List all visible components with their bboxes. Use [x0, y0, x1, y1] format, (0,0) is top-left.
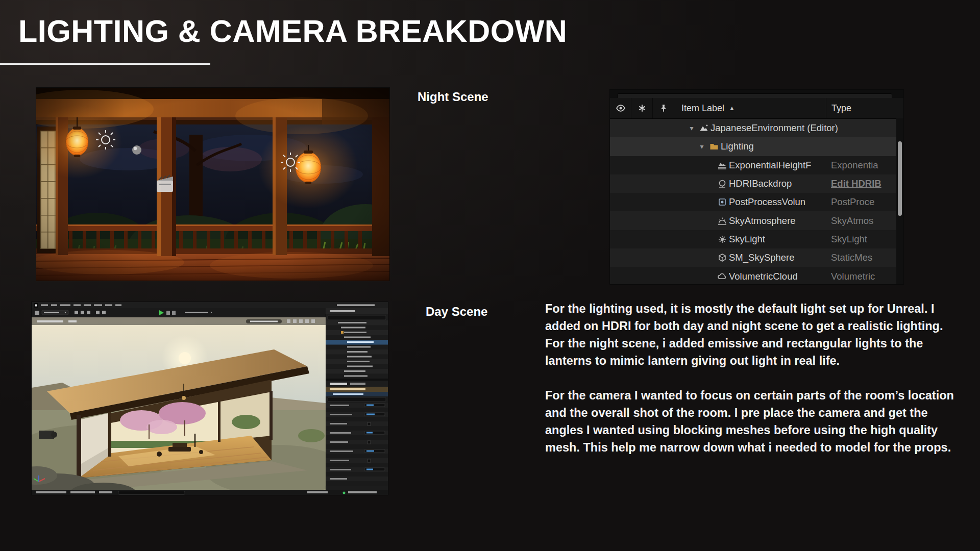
- item-label-header-text: Item Label: [681, 103, 724, 114]
- outliner-row-hdri-backdrop[interactable]: HDRIBackdrop Edit HDRIB: [610, 174, 903, 193]
- row-label: VolumetricCloud: [729, 271, 798, 282]
- outliner-top-clip: [610, 90, 903, 98]
- outliner-row-volumetric-cloud[interactable]: VolumetricCloud Volumetric: [610, 267, 903, 285]
- row-label: SkyLight: [729, 234, 765, 245]
- day-scene-label: Day Scene: [426, 305, 487, 319]
- pin-icon[interactable]: [653, 98, 674, 118]
- camera-paragraph: For the camera I wanted to focus on cert…: [545, 387, 965, 456]
- row-type: PostProce: [826, 196, 901, 208]
- row-label: ExponentialHeightF: [729, 160, 811, 171]
- row-label: SM_SkySphere: [729, 252, 795, 263]
- outliner-row-sky-light[interactable]: SkyLight SkyLight: [610, 230, 903, 248]
- row-type: Exponentia: [826, 160, 901, 171]
- row-label: PostProcessVolun: [729, 196, 805, 208]
- page-title: LIGHTING & CAMERA BREAKDOWN: [18, 13, 567, 49]
- day-scene-editor-image: [32, 302, 388, 495]
- outliner-row-post-process-volume[interactable]: PostProcessVolun PostProce: [610, 193, 903, 211]
- expander-icon[interactable]: ▾: [697, 142, 707, 151]
- night-scene-screenshot: [36, 87, 390, 281]
- volumetric-cloud-icon: [715, 271, 729, 282]
- presentation-slide: LIGHTING & CAMERA BREAKDOWN Night Scene …: [0, 0, 980, 551]
- outliner-search-field[interactable]: [617, 93, 892, 98]
- editor-viewport: [32, 317, 348, 495]
- editor-details-mini-panel: [326, 379, 388, 486]
- hdri-backdrop-icon: [715, 179, 729, 189]
- exponential-height-fog-icon: [715, 160, 729, 170]
- editor-menu-bar: [32, 302, 388, 308]
- edit-hdri-backdrop-link[interactable]: Edit HDRIB: [826, 178, 901, 189]
- outliner-scrollbar-track[interactable]: [896, 118, 903, 284]
- mini-folder-icon: [341, 331, 344, 334]
- sky-light-icon: [715, 234, 729, 244]
- lighting-paragraph: For the lighting used, it is mostly the …: [545, 300, 965, 369]
- folder-icon: [707, 141, 721, 152]
- outliner-row-sky-atmosphere[interactable]: SkyAtmosphere SkyAtmos: [610, 211, 903, 230]
- favorite-icon[interactable]: [631, 98, 653, 118]
- title-underline: [0, 63, 210, 65]
- world-outliner-panel: Item Label ▲ Type ▾ JapaneseEnvironment …: [609, 89, 904, 285]
- row-type: SkyLight: [826, 234, 901, 245]
- editor-status-bar: [32, 490, 388, 495]
- row-type: StaticMes: [826, 252, 901, 263]
- column-header-type[interactable]: Type: [826, 98, 897, 118]
- night-scene-image: [36, 88, 389, 281]
- description-text: For the lighting used, it is mostly the …: [545, 300, 965, 473]
- static-mesh-icon: [715, 253, 729, 263]
- vignette: [36, 88, 389, 281]
- row-type: SkyAtmos: [826, 215, 901, 227]
- row-type: Volumetric: [826, 271, 901, 282]
- row-label: SkyAtmosphere: [729, 215, 796, 227]
- row-label: JapaneseEnvironment (Editor): [710, 122, 838, 134]
- row-label: Lighting: [721, 141, 754, 152]
- level-icon: [697, 123, 710, 133]
- outliner-row-lighting-folder[interactable]: ▾ Lighting: [610, 137, 903, 156]
- visibility-icon[interactable]: [610, 98, 631, 118]
- outliner-scrollbar-thumb[interactable]: [898, 141, 902, 216]
- sort-ascending-icon: ▲: [729, 105, 735, 112]
- outliner-column-header: Item Label ▲ Type: [610, 98, 903, 119]
- expander-icon[interactable]: ▾: [687, 124, 697, 132]
- outliner-row-exponential-height-fog[interactable]: ExponentialHeightF Exponentia: [610, 156, 903, 174]
- row-label: HDRIBackdrop: [729, 178, 792, 189]
- outliner-row-level[interactable]: ▾ JapaneseEnvironment (Editor): [610, 119, 903, 137]
- night-scene-label: Night Scene: [418, 90, 488, 104]
- sky-atmosphere-icon: [715, 216, 729, 226]
- viewport-overlay-toolbar: [32, 317, 326, 325]
- type-header-text: Type: [831, 103, 851, 114]
- post-process-volume-icon: [715, 197, 729, 207]
- day-scene-screenshot: [31, 302, 388, 495]
- outliner-row-sm-sky-sphere[interactable]: SM_SkySphere StaticMes: [610, 248, 903, 267]
